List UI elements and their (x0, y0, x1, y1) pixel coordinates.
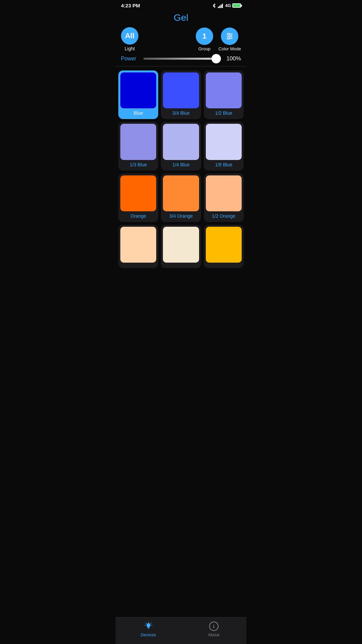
gel-color-swatch (120, 227, 156, 263)
gel-label: 1/3 Blue (119, 160, 158, 170)
gel-card-3-4-blue[interactable]: 3/4 Blue (161, 70, 201, 119)
header: Gel (116, 10, 246, 24)
svg-point-7 (228, 33, 229, 35)
battery-icon (232, 3, 241, 8)
svg-rect-0 (218, 7, 219, 8)
gel-label (204, 263, 243, 267)
power-row: Power 100% (116, 53, 246, 66)
divider (116, 66, 246, 66)
gel-label (162, 263, 200, 267)
color-mode-circle[interactable] (221, 28, 238, 45)
gel-card-1-2-blue[interactable]: 1/2 Blue (204, 70, 244, 119)
gel-color-swatch (206, 175, 242, 211)
gel-color-swatch (206, 72, 242, 108)
top-controls: All Light 1 Group Color Mode (116, 24, 246, 53)
gel-color-swatch (163, 124, 199, 160)
svg-rect-1 (219, 6, 220, 8)
gel-label: 1/8 Blue (204, 160, 243, 170)
svg-point-9 (228, 37, 229, 39)
gel-card-partial-1[interactable] (118, 225, 158, 268)
all-light-circle[interactable]: All (121, 27, 138, 45)
status-icons: 4G (212, 3, 241, 8)
gel-label: 3/4 Blue (162, 108, 200, 118)
gel-color-swatch (120, 124, 156, 160)
group-control[interactable]: 1 Group (196, 28, 213, 51)
gel-card-orange[interactable]: Orange (118, 173, 158, 222)
gel-label: Blue (119, 108, 158, 118)
status-bar: 4:23 PM 4G (116, 0, 246, 10)
gel-color-swatch (163, 72, 199, 108)
gel-color-swatch (163, 227, 199, 263)
gel-color-swatch (206, 124, 242, 160)
gel-color-swatch (120, 175, 156, 211)
page-title: Gel (174, 12, 188, 23)
power-slider[interactable] (143, 58, 221, 60)
gel-card-1-3-blue[interactable]: 1/3 Blue (118, 122, 158, 170)
power-value: 100% (225, 55, 241, 62)
sliders-icon (225, 32, 234, 41)
group-circle[interactable]: 1 (196, 28, 213, 45)
gel-card-1-4-blue[interactable]: 1/4 Blue (161, 122, 201, 170)
gel-card-partial-3[interactable] (204, 225, 244, 268)
svg-rect-3 (222, 4, 223, 8)
gel-color-swatch (120, 72, 156, 108)
gel-label: 1/4 Blue (162, 160, 200, 170)
gel-label: 1/2 Orange (204, 211, 243, 221)
svg-point-8 (230, 35, 232, 37)
status-time: 4:23 PM (121, 3, 140, 8)
gel-card-3-4-orange[interactable]: 3/4 Orange (161, 173, 201, 222)
gel-label: Orange (119, 211, 158, 221)
gel-card-1-2-orange[interactable]: 1/2 Orange (204, 173, 244, 222)
gel-label: 1/2 Blue (204, 108, 243, 118)
color-mode-label: Color Mode (219, 46, 241, 51)
network-type: 4G (225, 3, 231, 8)
gel-color-swatch (163, 175, 199, 211)
right-controls: 1 Group Color Mode (196, 28, 241, 51)
gel-card-partial-2[interactable] (161, 225, 201, 268)
group-label: Group (198, 46, 210, 51)
all-light-label: Light (125, 46, 135, 51)
all-light-button[interactable]: All Light (121, 27, 138, 51)
gel-label: 3/4 Orange (162, 211, 200, 221)
gel-grid: Blue3/4 Blue1/2 Blue1/3 Blue1/4 Blue1/8 … (116, 69, 246, 271)
gel-card-blue[interactable]: Blue (118, 70, 158, 119)
signal-icon (218, 3, 224, 8)
gel-color-swatch (206, 227, 242, 263)
color-mode-control[interactable]: Color Mode (219, 28, 241, 51)
gel-label (119, 263, 158, 267)
power-label: Power (121, 56, 139, 62)
bluetooth-icon (212, 3, 217, 8)
svg-rect-2 (221, 5, 222, 8)
gel-card-1-8-blue[interactable]: 1/8 Blue (204, 122, 244, 170)
